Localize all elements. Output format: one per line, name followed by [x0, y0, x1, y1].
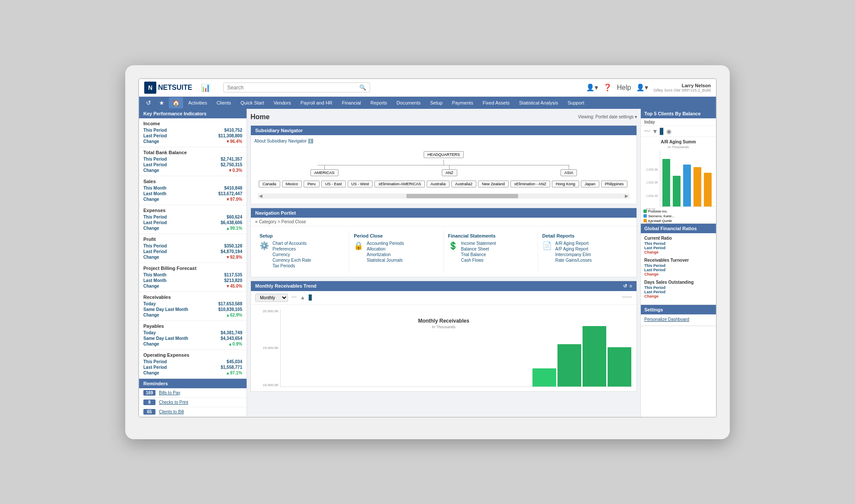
tree-node-asia[interactable]: ASIA [560, 169, 577, 176]
notifications-icon[interactable]: 👤▾ [586, 83, 598, 92]
scroll-left-arrow[interactable]: ◀ [258, 193, 264, 199]
gfr-label: Last Period [644, 290, 665, 294]
today-label: today [641, 118, 716, 126]
viewing-text[interactable]: Viewing: Portlet date settings ▾ [578, 114, 637, 119]
kpi-expenses-title: Expenses [143, 208, 242, 213]
tree-node-australia[interactable]: Australia [427, 181, 450, 187]
tree-node-nz[interactable]: New Zealand [478, 181, 509, 187]
nav-ap-aging-report[interactable]: A/P Aging Report [555, 247, 592, 251]
scrollbar-thumb[interactable] [406, 194, 518, 198]
nav-fixed-assets[interactable]: Fixed Assets [478, 97, 514, 108]
horizontal-scrollbar[interactable]: ◀ ▶ [258, 193, 630, 199]
nav-allocation[interactable]: Allocation [367, 247, 404, 251]
help-icon[interactable]: ❓ [603, 83, 612, 92]
kpi-row: Change ▲97.1% [143, 370, 242, 376]
settings-body: Personalize Dashboard [641, 314, 716, 326]
nav-vendors[interactable]: Vendors [269, 97, 295, 108]
nav-tax-periods[interactable]: Tax Periods [272, 263, 311, 268]
nav-quickstart[interactable]: Quick Start [236, 97, 268, 108]
tree-node-mexico[interactable]: Mexico [282, 181, 302, 187]
subsidiary-portlet: Subsidiary Navigator About Subsidiary Na… [250, 125, 637, 204]
gfr-row: This Period [644, 241, 712, 246]
nav-payroll[interactable]: Payroll and HR [296, 97, 337, 108]
ar-bar [673, 176, 681, 206]
nav-preferences[interactable]: Preferences [272, 247, 311, 251]
help-label[interactable]: Help [617, 84, 631, 92]
kpi-header: Key Performance Indicators [139, 109, 247, 118]
scroll-right-arrow[interactable]: ▶ [624, 193, 630, 199]
tree-node-xelim-anz[interactable]: xElimination - ANZ [510, 181, 550, 187]
tree-node-hk[interactable]: Hong Kong [552, 181, 579, 187]
bar-chart-icon[interactable]: ▊ [309, 295, 313, 301]
nav-rate-gains[interactable]: Rate Gains/Losses [555, 258, 592, 263]
tree-node-hq[interactable]: HEADQUARTERS [424, 151, 464, 158]
tree-node-us-east[interactable]: US - East [321, 181, 346, 187]
home-icon[interactable]: 🏠 [169, 97, 183, 108]
tree-node-ph[interactable]: Philippines [601, 181, 628, 187]
nav-currency-exch[interactable]: Currency Exch Rate [272, 258, 311, 263]
line-chart-icon[interactable]: 〰 [291, 295, 297, 301]
nav-support[interactable]: Support [564, 97, 589, 108]
nav-amortization[interactable]: Amortization [367, 252, 404, 257]
reminder-link[interactable]: Bills to Pay [159, 390, 180, 395]
nav-setup[interactable]: Setup [426, 97, 447, 108]
gfr-row: Change [644, 250, 712, 254]
search-bar[interactable]: 🔍 [223, 82, 370, 92]
nav-reports[interactable]: Reports [366, 97, 392, 108]
nav-currency[interactable]: Currency [272, 252, 311, 257]
subsidiary-body: About Subsidiary Navigator ℹ️ HEADQUARTE… [251, 135, 636, 204]
user-icon[interactable]: 👤▾ [636, 83, 648, 92]
nav-statistical-journals[interactable]: Statistical Journals [367, 258, 404, 263]
nav-intercompany-elim[interactable]: Intercompany Elim [555, 252, 592, 257]
filter-btn[interactable]: ▼ [652, 128, 658, 135]
tree-node-peru[interactable]: Peru [304, 181, 320, 187]
back-icon[interactable]: ↺ [142, 97, 155, 109]
nav-trial-balance[interactable]: Trial Balance [461, 252, 496, 257]
area-chart-icon[interactable]: ▲ [300, 295, 305, 301]
refresh-icon[interactable]: ↺ [623, 283, 627, 289]
bar-chart-btn[interactable]: ▊ [660, 128, 665, 135]
kpi-value: $410,848 [224, 186, 242, 190]
nav-payments[interactable]: Payments [448, 97, 478, 108]
nav-income-statement[interactable]: Income Statement [461, 241, 496, 246]
nav-documents[interactable]: Documents [392, 97, 425, 108]
tree-node-australia2[interactable]: Australia2 [451, 181, 476, 187]
tree-l1-row: AMERICAS ANZ ASIA [259, 165, 629, 176]
reminder-link[interactable]: Clients to Bill [159, 409, 184, 414]
reminder-link[interactable]: Checks to Print [159, 400, 188, 405]
search-input[interactable] [227, 85, 359, 91]
nav-activities[interactable]: Activities [184, 97, 211, 108]
nav-cash-flows[interactable]: Cash Flows [461, 258, 496, 263]
nav-portlet-header: Navigation Portlet [251, 208, 636, 218]
line-chart-btn[interactable]: 〰 [644, 128, 650, 135]
nav-ar-aging-report[interactable]: A/R Aging Report [555, 241, 592, 246]
gfr-row: This Period [644, 285, 712, 290]
nav-chart-accounts[interactable]: Chart of Accounts [272, 241, 311, 246]
tree-node-americas[interactable]: AMERICAS [310, 169, 339, 176]
tree-node-xelim-americas[interactable]: xElimination-AMERICAS [374, 181, 425, 187]
nav-balance-sheet[interactable]: Balance Sheet [461, 247, 496, 251]
gfr-label: This Period [644, 241, 665, 246]
kpi-row: This Period $410,752 [143, 127, 242, 133]
reminder-count: 65 [143, 409, 155, 415]
nav-financial[interactable]: Financial [338, 97, 365, 108]
kpi-label: Same Day Last Month [143, 336, 188, 341]
settings-portlet: Settings Personalize Dashboard [641, 305, 716, 326]
personalize-dashboard-link[interactable]: Personalize Dashboard [644, 317, 712, 322]
nav-clients[interactable]: Clients [212, 97, 235, 108]
tree-node-japan[interactable]: Japan [581, 181, 599, 187]
nav-accounting-periods[interactable]: Accounting Periods [367, 241, 404, 246]
nav-statistical[interactable]: Statistical Analysis [515, 97, 562, 108]
menu-icon[interactable]: ≡ [630, 283, 632, 289]
period-select[interactable]: Monthly Weekly Quarterly [255, 294, 288, 302]
subsidiary-about[interactable]: About Subsidiary Navigator ℹ️ [254, 139, 633, 143]
kpi-value: $117,535 [224, 273, 242, 277]
kpi-payables: Payables Today $4,381,749 Same Day Last … [139, 321, 247, 350]
reminder-row: 8 Checks to Print [139, 398, 247, 407]
tree-node-us-west[interactable]: US - West [348, 181, 373, 187]
pie-chart-btn[interactable]: ◉ [666, 128, 671, 135]
tree-node-canada[interactable]: Canada [259, 181, 280, 187]
tree-node-anz[interactable]: ANZ [442, 169, 457, 176]
kpi-row: This Month $410,848 [143, 185, 242, 191]
star-icon[interactable]: ★ [155, 97, 168, 109]
